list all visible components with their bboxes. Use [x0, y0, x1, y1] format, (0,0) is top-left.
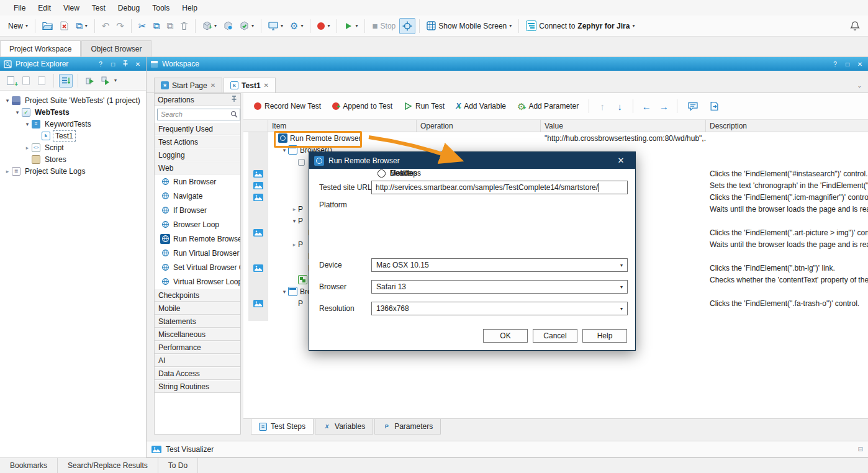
operation-entry[interactable]: Checkpoints — [155, 289, 240, 302]
add-variable-button[interactable]: X+Add Variable — [451, 97, 510, 115]
platform-radio-option[interactable]: Headless — [377, 169, 421, 178]
document-tab[interactable]: Object Browser — [81, 40, 151, 56]
help-panel-icon[interactable]: ? — [831, 61, 839, 68]
close-tab-icon[interactable]: ✕ — [210, 82, 215, 89]
menu-item[interactable]: Help — [176, 2, 204, 14]
run-test-button[interactable]: Run Test — [399, 97, 449, 115]
operation-entry[interactable]: Test Actions — [155, 135, 240, 148]
visualizer-thumb-icon[interactable] — [253, 300, 263, 307]
help-panel-icon[interactable]: ? — [96, 61, 105, 68]
delete-button[interactable] — [177, 18, 191, 34]
operation-entry[interactable]: AI — [155, 354, 240, 367]
operation-entry[interactable]: Frequently Used — [155, 122, 240, 135]
maximize-panel-icon[interactable]: □ — [109, 61, 117, 68]
move-up-button[interactable]: ↑ — [595, 101, 610, 112]
outdent-button[interactable]: ← — [639, 101, 654, 112]
notifications-button[interactable] — [847, 18, 863, 34]
dropdown-caret-icon[interactable]: ▾ — [114, 78, 117, 83]
tree-twisty-icon[interactable] — [4, 97, 11, 104]
add-item-button[interactable]: ⧉▾ — [73, 18, 91, 34]
close-file-button[interactable] — [57, 18, 72, 34]
add-item-button[interactable] — [19, 74, 33, 88]
help-button[interactable]: Help — [582, 329, 627, 343]
copy-button[interactable]: ⧉ — [150, 18, 163, 34]
ok-button[interactable]: OK — [483, 329, 528, 343]
row-twisty-icon[interactable] — [291, 206, 298, 212]
show-mobile-screen-button[interactable]: Show Mobile Screen▾ — [423, 18, 515, 34]
record-new-test-button[interactable]: Record New Test — [250, 97, 325, 115]
operation-entry[interactable]: Miscellaneous — [155, 328, 240, 341]
menu-item[interactable]: Debug — [112, 2, 146, 14]
status-tab[interactable]: Bookmarks — [0, 458, 58, 473]
operation-entry[interactable]: Virtual Browser Loop — [155, 274, 240, 289]
editor-bottom-tab[interactable]: Parameters — [374, 419, 441, 435]
row-twisty-icon[interactable] — [291, 241, 298, 248]
operation-entry[interactable]: Run Remote Browser — [155, 232, 240, 246]
pin-panel-icon[interactable] — [121, 60, 130, 68]
highlight-object-button[interactable] — [399, 18, 415, 34]
column-header-item[interactable]: Item — [268, 120, 417, 132]
dialog-close-icon[interactable]: ✕ — [612, 156, 630, 165]
append-to-test-button[interactable]: +Append to Test — [328, 97, 397, 115]
operation-entry[interactable]: Run Virtual Browser — [155, 246, 240, 260]
menu-item[interactable]: Edit — [32, 2, 57, 14]
web-object-button[interactable] — [220, 18, 236, 34]
visualizer-thumb-icon[interactable] — [253, 182, 263, 189]
tree-item[interactable]: Project Suite 'WebTests' (1 project) — [0, 94, 146, 106]
column-header-description[interactable]: Description — [706, 120, 868, 132]
operation-entry[interactable]: Logging — [155, 148, 240, 161]
editor-tab[interactable]: Test1 ✕ — [224, 78, 276, 92]
record-button[interactable]: ▾ — [314, 18, 333, 34]
export-steps-button[interactable] — [705, 97, 723, 115]
menu-item[interactable]: File — [7, 2, 32, 14]
device-select[interactable]: Mac OSX 10.15▾ — [371, 258, 628, 272]
run-project-button[interactable] — [83, 74, 97, 88]
operation-entry[interactable]: Mobile — [155, 302, 240, 315]
run-project-suite-button[interactable] — [99, 74, 112, 88]
open-file-button[interactable] — [39, 18, 56, 34]
operation-entry[interactable]: Navigate — [155, 189, 240, 203]
run-button[interactable]: ▾ — [341, 18, 361, 34]
operation-entry[interactable]: Statements — [155, 315, 240, 328]
column-header-operation[interactable]: Operation — [417, 120, 541, 132]
radio-icon[interactable] — [377, 169, 386, 178]
column-header-value[interactable]: Value — [541, 120, 706, 132]
visualizer-resize-grip[interactable]: ⊟ — [858, 446, 863, 453]
move-down-button[interactable]: ↓ — [612, 101, 627, 112]
visualizer-thumb-icon[interactable] — [253, 170, 263, 178]
close-panel-icon[interactable]: ✕ — [856, 61, 864, 68]
tree-item[interactable]: Project Suite Logs — [0, 165, 146, 177]
document-tab[interactable]: Project Workspace — [0, 40, 81, 56]
zephyr-connect-button[interactable]: Connect toZephyr for Jira▾ — [523, 18, 638, 34]
pin-panel-icon[interactable] — [231, 96, 237, 104]
tree-item[interactable]: Script — [0, 142, 146, 153]
redo-button[interactable]: ↷ — [113, 18, 127, 34]
tree-twisty-icon[interactable] — [14, 109, 21, 115]
operation-entry[interactable]: Run Browser — [155, 174, 240, 189]
menu-item[interactable]: Test — [86, 2, 112, 14]
add-parameter-button[interactable]: ⚙+Add Parameter — [513, 97, 583, 115]
cancel-button[interactable]: Cancel — [533, 329, 577, 343]
new-button[interactable]: New▾ — [5, 18, 31, 34]
tree-item[interactable]: WebTests — [0, 106, 146, 118]
add-keyword-test-button[interactable]: + — [4, 74, 17, 88]
operation-entry[interactable]: Data Access — [155, 367, 240, 380]
menu-item[interactable]: View — [57, 2, 86, 14]
paste-button[interactable]: ⧉ — [163, 18, 176, 34]
tree-item[interactable]: Stores — [0, 153, 146, 165]
operation-entry[interactable]: Browser Loop — [155, 217, 240, 232]
search-input[interactable] — [157, 109, 240, 120]
visualizer-thumb-icon[interactable] — [253, 264, 263, 272]
tree-twisty-icon[interactable] — [4, 168, 11, 174]
editor-bottom-tab[interactable]: Test Steps — [251, 419, 314, 435]
undo-button[interactable]: ↶ — [99, 18, 113, 34]
indent-button[interactable]: → — [656, 101, 671, 112]
operation-entry[interactable]: Performance — [155, 341, 240, 354]
close-tab-icon[interactable]: ✕ — [264, 82, 269, 89]
dialog-title-bar[interactable]: Run Remote Browser ✕ — [309, 152, 635, 169]
row-twisty-icon[interactable] — [281, 147, 288, 153]
browser-select[interactable]: Safari 13▾ — [371, 280, 628, 294]
tree-item[interactable]: Test1 — [0, 130, 146, 142]
order-items-button[interactable] — [59, 74, 73, 88]
cut-button[interactable]: ✂ — [135, 18, 150, 34]
